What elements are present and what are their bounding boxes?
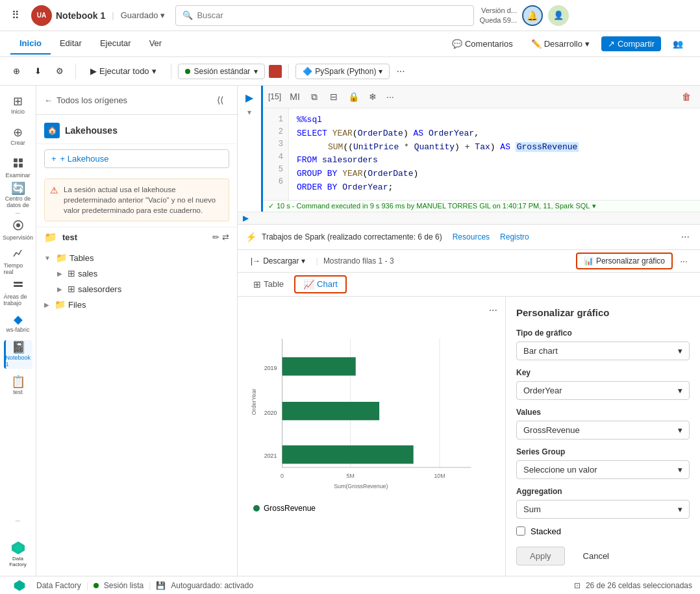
sidebar-item-supervision[interactable]: Supervisión — [4, 216, 32, 244]
cell-split-btn[interactable]: ⊟ — [325, 88, 342, 105]
sidebar-item-inicio[interactable]: ⊞ Inicio — [4, 91, 32, 119]
execution-dropdown[interactable]: ▾ — [592, 202, 596, 210]
toolbar-more-btn[interactable]: ··· — [394, 63, 407, 80]
sidebar-item-centrodatos[interactable]: 🔄 Centro de datos de ... — [4, 184, 32, 213]
refresh-icon[interactable]: ⇄ — [222, 232, 229, 242]
collapse-panel-btn[interactable]: ⟨⟨ — [211, 91, 229, 109]
session-badge[interactable]: Sesión estándar ▾ — [178, 64, 266, 79]
cell-delete-btn[interactable]: 🗑 — [678, 88, 695, 105]
chart-type-dropdown[interactable]: Bar chart ▾ — [516, 341, 690, 360]
warning-icon: ⚠ — [50, 185, 58, 216]
expand-output-btn[interactable]: ▶ — [243, 214, 249, 223]
chart-tab-btn[interactable]: 📈 Chart — [294, 275, 347, 293]
edit-icon[interactable]: ✏ — [212, 232, 219, 242]
chart-customize-area: ··· OrderYear 0 5M 10M Sum(GrossRevenue) — [238, 297, 700, 576]
x-tick-10m: 10M — [434, 473, 445, 479]
run-all-button[interactable]: ▶ Ejecutar todo ▾ — [82, 64, 164, 79]
settings-btn[interactable]: ⚙ — [51, 64, 69, 79]
cell-expand-btn[interactable]: ▾ — [247, 108, 251, 117]
back-btn[interactable]: ← Todos los orígenes — [44, 95, 127, 105]
output-more-btn[interactable]: ··· — [675, 253, 692, 269]
search-bar[interactable]: 🔍 — [175, 5, 474, 26]
status-df-logo[interactable] — [8, 576, 31, 595]
data-factory-label: Data Factory — [5, 556, 31, 568]
bar-chart-svg: OrderYear 0 5M 10M Sum(GrossRevenue) — [245, 304, 497, 499]
line-num-2: 2 — [263, 126, 288, 138]
add-lakehouse-btn[interactable]: + + Lakehouse — [44, 149, 229, 168]
tab-inicio[interactable]: Inicio — [10, 33, 51, 55]
tree-item-files[interactable]: ▶ 📁 Files — [36, 297, 237, 312]
stacked-checkbox[interactable] — [516, 526, 525, 536]
lakehouses-icon: 🏠 — [44, 123, 60, 138]
spark-jobs-bar: ⚡ Trabajos de Spark (realizado correctam… — [238, 225, 700, 250]
cell-copy-btn[interactable]: ⧉ — [306, 88, 323, 105]
series-label: Series Group — [516, 447, 690, 456]
stacked-label[interactable]: Stacked — [531, 526, 561, 536]
spark-more-btn[interactable]: ··· — [679, 229, 692, 245]
cell-play-btn[interactable]: ▶ — [240, 88, 258, 106]
sidebar-item-tiemporeal[interactable]: Tiempo real — [4, 247, 32, 275]
key-dropdown[interactable]: OrderYear ▾ — [516, 381, 690, 400]
session-status-dot — [185, 69, 190, 74]
tree-item-tables[interactable]: ▼ 📁 Tables — [36, 250, 237, 266]
tree-item-salesorders[interactable]: ▶ ⊞ salesorders — [36, 281, 237, 297]
people-icon-button[interactable]: 👥 — [666, 36, 690, 51]
values-dropdown[interactable]: GrossRevenue ▾ — [516, 421, 690, 439]
apply-button[interactable]: Apply — [516, 547, 565, 565]
notebook-action-btn-1[interactable]: ⊕ — [8, 64, 25, 79]
saved-badge[interactable]: Guardado ▾ — [121, 10, 166, 20]
grid-icon[interactable]: ⠿ — [5, 5, 26, 26]
user-avatar[interactable]: 👤 — [548, 5, 569, 26]
resources-link[interactable]: Resources — [453, 232, 490, 241]
test-label: test — [62, 232, 207, 242]
cell-mi-btn[interactable]: MI — [286, 88, 303, 105]
sidebar-item-examinar[interactable]: Examinar — [4, 153, 32, 182]
series-dropdown[interactable]: Seleccione un valor ▾ — [516, 460, 690, 479]
sidebar-label-examinar: Examinar — [5, 172, 30, 179]
warning-text: La sesión actual usa el lakehouse predet… — [64, 184, 223, 216]
sidebar-item-crear[interactable]: ⊕ Crear — [4, 122, 32, 151]
warning-box: ⚠ La sesión actual usa el lakehouse pred… — [44, 179, 229, 221]
svg-rect-3 — [19, 164, 23, 167]
sidebar-item-notebook1[interactable]: 📓 Notebook 1 — [4, 340, 32, 369]
cell-snowflake-btn[interactable]: ❄ — [364, 88, 381, 105]
chart-more-btn[interactable]: ··· — [486, 302, 500, 319]
add-cell-icon: ⊕ — [13, 66, 20, 76]
code-content[interactable]: %%sql SELECT YEAR(OrderDate) AS OrderYea… — [289, 108, 700, 200]
cancel-button[interactable]: Cancel — [570, 547, 622, 565]
left-panel: ← Todos los orígenes ⟨⟨ 🏠 Lakehouses + +… — [36, 86, 238, 576]
table-tab-btn[interactable]: ⊞ Table — [245, 277, 292, 292]
tab-ejecutar[interactable]: Ejecutar — [91, 33, 140, 55]
cell-lock-btn[interactable]: 🔒 — [345, 88, 362, 105]
stop-button[interactable] — [269, 65, 282, 78]
customize-chart-btn[interactable]: 📊 Personalizar gráfico — [576, 253, 673, 269]
data-factory-logo[interactable]: Data Factory — [0, 538, 36, 571]
cell-more-btn[interactable]: ··· — [384, 89, 397, 105]
sidebar-item-wsfabric[interactable]: ◆ ws-fabric — [4, 309, 32, 338]
tab-editar[interactable]: Editar — [51, 33, 91, 55]
sidebar-bottom: ··· Data Factory — [0, 506, 36, 571]
pyspark-selector[interactable]: 🔷 PySpark (Python) ▾ — [295, 64, 390, 79]
cell-side: ▶ ▾ — [238, 86, 263, 212]
registro-link[interactable]: Registro — [500, 232, 529, 241]
download-csv-btn[interactable]: |→ Descargar ▾ — [245, 254, 310, 267]
files-label: Files — [68, 300, 232, 310]
tab-ver[interactable]: Ver — [140, 33, 171, 55]
lakehouses-title: Lakehouses — [65, 125, 118, 136]
comments-button[interactable]: 💬 Comentarios — [445, 36, 519, 51]
wsfabric-icon: ◆ — [14, 314, 23, 325]
share-button[interactable]: ↗ Compartir — [601, 36, 661, 51]
sidebar-item-more[interactable]: ··· — [4, 506, 32, 535]
tree-item-sales[interactable]: ▶ ⊞ sales — [36, 266, 237, 281]
dev-button[interactable]: ✏️ Desarrollo ▾ — [525, 36, 596, 51]
aggregation-dropdown[interactable]: Sum ▾ — [516, 500, 690, 519]
sidebar-label-wsfabric: ws-fabric — [6, 327, 29, 333]
sidebar-item-test[interactable]: 📋 test — [4, 371, 32, 400]
sidebar-item-areastrabajo[interactable]: Áreas de trabajo — [4, 278, 32, 306]
aggregation-chevron: ▾ — [678, 504, 682, 514]
rows-info: Mostrando filas 1 - 3 — [323, 256, 573, 266]
series-chevron: ▾ — [678, 465, 682, 475]
search-input[interactable] — [197, 10, 467, 20]
play-icon: ▶ — [90, 66, 97, 76]
download-btn[interactable]: ⬇ — [29, 64, 47, 79]
